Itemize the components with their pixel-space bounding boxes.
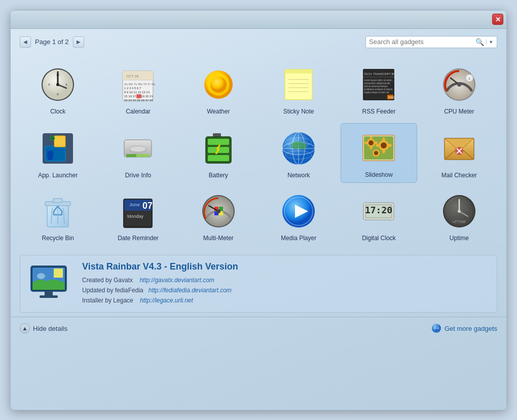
get-more-gadgets-button[interactable]: Get more gadgets (431, 323, 497, 333)
svg-point-132 (458, 210, 461, 213)
svg-point-83 (381, 142, 387, 148)
hide-details-button[interactable]: ▲ Hide details (20, 323, 67, 333)
svg-rect-49 (54, 136, 65, 147)
footer-monitor-icon (28, 263, 74, 304)
svg-point-119 (216, 209, 220, 213)
calendar-label: Calendar (126, 108, 151, 115)
svg-rect-62 (126, 154, 136, 157)
svg-text:magna aliqua ut enim ad: magna aliqua ut enim ad (364, 91, 389, 94)
next-page-button[interactable]: ▶ (73, 36, 84, 48)
network-icon (278, 128, 319, 169)
app-launcher-icon (38, 128, 78, 169)
svg-rect-79 (364, 136, 393, 160)
drive-info-icon (118, 128, 158, 169)
search-input[interactable] (369, 38, 475, 46)
svg-rect-23 (285, 69, 312, 100)
gadget-cpu-meter[interactable]: 2 CPU Meter (421, 60, 497, 119)
mail-checker-label: Mail Checker (441, 172, 477, 179)
footer-link-1[interactable]: http://gavatx.deviantart.com (139, 277, 214, 284)
svg-rect-102 (53, 199, 62, 203)
svg-text:UPTIME: UPTIME (453, 220, 466, 223)
gadget-date-reminder[interactable]: June 07 Monday Date Reminder (100, 187, 176, 246)
svg-text:Lorem ipsum dolor sit amet...: Lorem ipsum dolor sit amet... (364, 79, 393, 82)
date-reminder-icon: June 07 Monday (118, 191, 158, 232)
gadget-drive-info[interactable]: Drive Info (100, 123, 176, 183)
footer-link-2[interactable]: http://fediafedia.deviantart.com (149, 287, 232, 294)
digital-clock-icon: 17:20 (358, 191, 399, 232)
svg-text:RSS: RSS (388, 96, 394, 99)
svg-text:OCT 06: OCT 06 (126, 74, 138, 78)
gadgets-grid: 12 3 6 9 Clock OCT 06 Su Mo Tu We Th Fr … (11, 55, 506, 251)
cpu-meter-icon: 2 (439, 64, 479, 105)
search-icon[interactable]: 🔍 (475, 38, 484, 46)
header: ◀ Page 1 of 2 ▶ 🔍 ▼ (11, 29, 506, 55)
footer-link-3[interactable]: http://legace.urli.net (140, 297, 193, 304)
svg-point-91 (382, 148, 385, 154)
cpu-meter-label: CPU Meter (444, 108, 474, 115)
gadget-battery[interactable]: Battery (180, 123, 256, 183)
bottom-bar: ▲ Hide details Get more gadgets (11, 317, 506, 340)
sticky-note-label: Sticky Note (283, 108, 314, 115)
svg-rect-140 (40, 295, 58, 298)
date-reminder-label: Date Reminder (118, 235, 159, 242)
footer-line-3: Installer by Legace http://legace.urli.n… (82, 295, 238, 306)
close-button[interactable]: ✕ (492, 14, 503, 25)
prev-page-button[interactable]: ◀ (20, 36, 31, 48)
drive-info-label: Drive Info (125, 172, 151, 179)
footer-line-1: Created by Gavatx http://gavatx.devianta… (82, 275, 238, 285)
gadget-multi-meter[interactable]: Multi-Meter (180, 187, 256, 246)
hide-details-icon: ▲ (20, 323, 30, 333)
svg-text:12: 12 (56, 73, 60, 77)
get-more-gadgets-label: Get more gadgets (445, 325, 497, 332)
search-dropdown-arrow[interactable]: ▼ (486, 40, 494, 45)
titlebar: ✕ (11, 11, 506, 29)
svg-point-87 (370, 145, 373, 149)
svg-text:June: June (129, 202, 140, 207)
svg-point-92 (376, 144, 381, 147)
app-launcher-label: App. Launcher (38, 172, 78, 179)
svg-text:TECH: TRANSCRIPT BRAZIL INDIA: TECH: TRANSCRIPT BRAZIL INDIA (364, 72, 396, 75)
get-more-globe-icon (431, 323, 441, 333)
svg-point-86 (370, 136, 373, 140)
multi-meter-label: Multi-Meter (203, 235, 234, 242)
gadget-mail-checker[interactable]: Mail Checker (421, 123, 497, 183)
svg-point-90 (382, 137, 385, 142)
uptime-label: Uptime (450, 235, 469, 242)
slideshow-label: Slideshow (365, 171, 393, 178)
gadget-clock[interactable]: 12 3 6 9 Clock (20, 60, 96, 119)
sticky-note-icon (278, 64, 319, 105)
svg-text:1  2  3  4  5  6  7: 1 2 3 4 5 6 7 (124, 87, 141, 90)
multi-meter-icon (198, 191, 239, 232)
footer-info: Vista Rainbar V4.3 - English Version Cre… (20, 255, 497, 313)
svg-point-85 (374, 151, 378, 155)
clock-label: Clock (50, 108, 65, 115)
gadget-slideshow[interactable]: Slideshow (341, 123, 417, 183)
footer-text: Vista Rainbar V4.3 - English Version Cre… (82, 261, 238, 306)
search-box[interactable]: 🔍 ▼ (365, 36, 497, 48)
svg-text:07: 07 (142, 201, 153, 211)
svg-rect-65 (208, 139, 229, 145)
uptime-icon: UPTIME (439, 191, 479, 232)
gadget-weather[interactable]: Weather (180, 60, 256, 119)
svg-point-42 (457, 83, 461, 87)
footer-title: Vista Rainbar V4.3 - English Version (82, 261, 238, 272)
svg-text:17:20: 17:20 (365, 205, 392, 215)
battery-label: Battery (209, 172, 228, 179)
gadget-sticky-note[interactable]: Sticky Note (261, 60, 337, 119)
recycle-bin-icon (38, 191, 78, 232)
svg-rect-24 (285, 69, 312, 73)
battery-icon (198, 128, 239, 169)
svg-text:incididunt ut labore et dolore: incididunt ut labore et dolore (364, 88, 393, 91)
gadget-network[interactable]: Network (261, 123, 337, 183)
gadget-uptime[interactable]: UPTIME Uptime (421, 187, 497, 246)
gadget-digital-clock[interactable]: 17:20 Digital Clock (341, 187, 417, 246)
gadget-media-player[interactable]: Media Player (261, 187, 337, 246)
digital-clock-label: Digital Clock (362, 235, 396, 242)
network-label: Network (287, 172, 310, 179)
gadget-recycle-bin[interactable]: Recycle Bin (20, 187, 96, 246)
gadget-calendar[interactable]: OCT 06 Su Mo Tu We Th Fr Sa 1 2 3 4 5 6 … (100, 60, 176, 119)
gadget-rss-feeder[interactable]: TECH: TRANSCRIPT BRAZIL INDIA Lorem ipsu… (341, 60, 417, 119)
clock-icon: 12 3 6 9 (38, 64, 78, 105)
calendar-icon: OCT 06 Su Mo Tu We Th Fr Sa 1 2 3 4 5 6 … (118, 64, 158, 105)
gadget-app-launcher[interactable]: App. Launcher (20, 123, 96, 183)
